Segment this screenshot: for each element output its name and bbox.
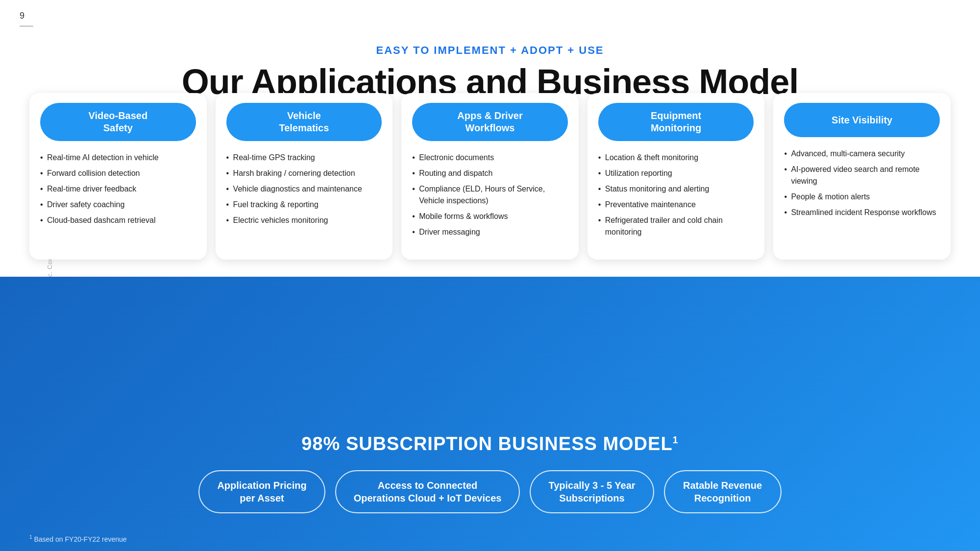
card-bullet: Real-time AI detection in vehicle [40, 151, 196, 165]
card-bullet: Real-time driver feedback [40, 182, 196, 196]
card-bullet: Utilization reporting [598, 167, 754, 180]
card-bullet: Routing and dispatch [412, 167, 568, 180]
card-vehicle-telematics: Vehicle TelematicsReal-time GPS tracking… [216, 93, 393, 260]
card-header-equipment-monitoring: Equipment Monitoring [598, 103, 754, 141]
card-bullet: Forward collision detection [40, 167, 196, 180]
card-bullet: Driver messaging [412, 225, 568, 239]
card-bullet: Location & theft monitoring [598, 151, 754, 165]
card-title-site-visibility: Site Visibility [832, 114, 892, 126]
subscription-pills: Application Pricing per AssetAccess to C… [198, 470, 781, 513]
card-bullet: Real-time GPS tracking [226, 151, 382, 165]
card-bullet: Preventative maintenance [598, 198, 754, 212]
blue-section: 98% SUBSCRIPTION BUSINESS MODEL1 Applica… [0, 277, 980, 551]
card-bullet: Cloud-based dashcam retrieval [40, 214, 196, 227]
card-bullet: Driver safety coaching [40, 198, 196, 212]
footnote: 1 Based on FY20-FY22 revenue [29, 534, 127, 543]
card-header-video-safety: Video-Based Safety [40, 103, 196, 141]
card-bullet: Mobile forms & workflows [412, 210, 568, 223]
cards-container: Video-Based SafetyReal-time AI detection… [29, 93, 951, 260]
subscription-pill-1: Access to Connected Operations Cloud + I… [335, 470, 520, 513]
card-bullet: Electronic documents [412, 151, 568, 165]
card-bullet: Electric vehicles monitoring [226, 214, 382, 227]
page-divider [20, 25, 33, 27]
subscription-pill-0: Application Pricing per Asset [198, 470, 325, 513]
subtitle: EASY TO IMPLEMENT + ADOPT + USE [0, 44, 980, 57]
card-equipment-monitoring: Equipment MonitoringLocation & theft mon… [588, 93, 765, 260]
card-title-equipment-monitoring: Equipment Monitoring [651, 110, 701, 134]
subscription-title: 98% SUBSCRIPTION BUSINESS MODEL1 [301, 433, 678, 455]
card-bullet: Refrigerated trailer and cold chain moni… [598, 214, 754, 239]
card-bullet: Streamlined incident Response workflows [784, 206, 940, 219]
page-number: 9 [20, 11, 24, 21]
card-header-site-visibility: Site Visibility [784, 103, 940, 137]
card-title-vehicle-telematics: Vehicle Telematics [279, 110, 329, 134]
card-title-video-safety: Video-Based Safety [88, 110, 147, 134]
subscription-pill-2: Typically 3 - 5 Year Subscriptions [530, 470, 654, 513]
card-bullet: People & motion alerts [784, 190, 940, 204]
subscription-section: 98% SUBSCRIPTION BUSINESS MODEL1 Applica… [0, 419, 980, 551]
subscription-pill-3: Ratable Revenue Recognition [664, 470, 782, 513]
card-bullet: Compliance (ELD, Hours of Service, Vehic… [412, 182, 568, 208]
card-site-visibility: Site VisibilityAdvanced, multi-camera se… [773, 93, 951, 260]
card-bullet: Status monitoring and alerting [598, 182, 754, 196]
card-header-apps-driver: Apps & Driver Workflows [412, 103, 568, 141]
card-bullet: Harsh braking / cornering detection [226, 167, 382, 180]
card-video-safety: Video-Based SafetyReal-time AI detection… [29, 93, 207, 260]
card-bullet: Vehicle diagnostics and maintenance [226, 182, 382, 196]
card-bullet: Fuel tracking & reporting [226, 198, 382, 212]
card-title-apps-driver: Apps & Driver Workflows [457, 110, 522, 134]
card-bullet: Advanced, multi-camera security [784, 147, 940, 161]
card-header-vehicle-telematics: Vehicle Telematics [226, 103, 382, 141]
card-bullet: AI-powered video search and remote viewi… [784, 163, 940, 188]
card-apps-driver: Apps & Driver WorkflowsElectronic docume… [401, 93, 579, 260]
